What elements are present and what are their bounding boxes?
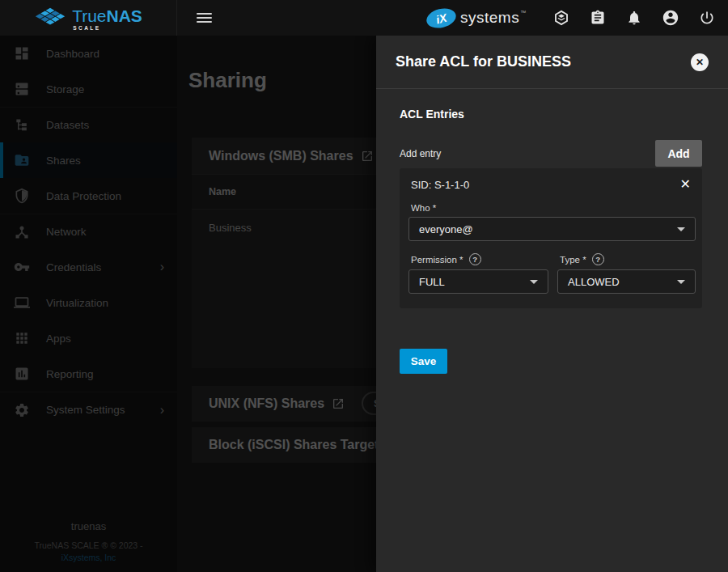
jobs-clipboard-icon (590, 10, 606, 26)
who-label: Who * (411, 203, 696, 213)
ixsystems-logo: iX systems ™ (426, 0, 526, 36)
permission-label: Permission * ? (411, 253, 548, 265)
panel-header: Share ACL for BUSINESS ✕ (376, 36, 728, 89)
ix-badge: iX (425, 5, 458, 30)
add-entry-label: Add entry (400, 148, 441, 159)
truenas-wordmark: TrueNASSCALE (72, 7, 142, 29)
permission-select[interactable]: FULL (408, 269, 548, 294)
help-icon[interactable]: ? (469, 253, 481, 265)
truecommand-icon (552, 9, 570, 27)
alerts-button[interactable] (624, 8, 644, 28)
acl-entry-card: SID: S-1-1-0 ✕ Who * everyone@ Permissio… (400, 168, 702, 308)
sid-row: SID: S-1-1-0 ✕ (408, 178, 696, 191)
chevron-down-icon (677, 280, 685, 284)
modal-overlay[interactable] (0, 36, 376, 572)
topbar-actions (552, 0, 717, 36)
truenas-logo[interactable]: TrueNASSCALE (0, 0, 177, 36)
bell-icon (626, 10, 642, 26)
chevron-down-icon (677, 227, 685, 231)
add-entry-row: Add entry Add (400, 140, 702, 167)
sid-value: SID: S-1-1-0 (411, 179, 469, 191)
power-icon (699, 10, 715, 26)
remove-entry-icon[interactable]: ✕ (680, 178, 691, 191)
type-label: Type * ? (560, 253, 696, 265)
share-acl-panel: Share ACL for BUSINESS ✕ ACL Entries Add… (376, 36, 728, 572)
type-select[interactable]: ALLOWED (557, 269, 696, 294)
acl-entries-heading: ACL Entries (400, 108, 702, 121)
close-icon[interactable]: ✕ (691, 53, 709, 71)
panel-body: ACL Entries Add entry Add SID: S-1-1-0 ✕… (376, 108, 728, 374)
truenas-logo-icon (34, 6, 66, 29)
account-button[interactable] (661, 8, 680, 28)
help-icon[interactable]: ? (592, 253, 604, 265)
save-button[interactable]: Save (400, 349, 447, 374)
scale-label: SCALE (73, 26, 101, 32)
jobs-button[interactable] (588, 8, 607, 28)
truecommand-button[interactable] (552, 8, 571, 28)
panel-title: Share ACL for BUSINESS (396, 53, 571, 70)
power-button[interactable] (697, 8, 717, 28)
account-icon (662, 9, 679, 27)
who-select[interactable]: everyone@ (408, 217, 696, 241)
chevron-down-icon (530, 280, 538, 284)
topbar: TrueNASSCALE iX systems ™ (0, 0, 728, 36)
add-button[interactable]: Add (655, 140, 702, 167)
menu-toggle-icon[interactable] (197, 11, 212, 25)
